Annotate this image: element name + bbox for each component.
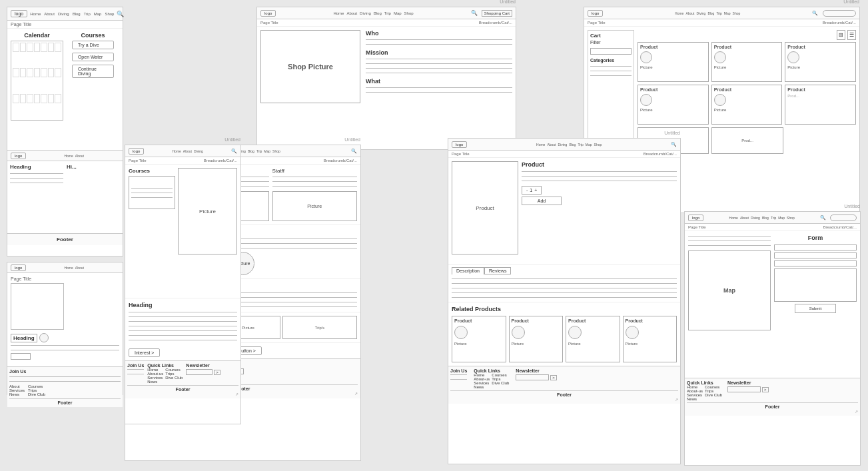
form-input-3[interactable]	[774, 260, 857, 266]
nav-link8[interactable]: Blog	[762, 216, 769, 220]
add-to-cart-button[interactable]: Add	[522, 197, 562, 205]
product-item-6: Product Prod...	[785, 85, 856, 125]
nav-link7[interactable]: Blog	[707, 11, 714, 15]
interest-button[interactable]: Interest >	[129, 348, 160, 357]
form-textarea[interactable]	[774, 268, 857, 302]
courses-search-icon[interactable]: 🔍	[231, 149, 237, 154]
frame4-search-icon[interactable]: 🔍	[471, 10, 478, 16]
nav-link[interactable]: Diving	[58, 12, 69, 16]
courses-newsletter-submit[interactable]: >	[214, 370, 220, 375]
nav-link7[interactable]: Diving	[696, 11, 705, 15]
nav-link6[interactable]: Trip	[578, 143, 583, 147]
footer-link[interactable]: News	[9, 392, 25, 396]
frame2-hi: Hi...	[67, 164, 120, 170]
nav-link-c[interactable]: Home	[173, 149, 181, 153]
nav-link4[interactable]: Blog	[374, 11, 382, 15]
frame8-search-icon[interactable]: 🔍	[820, 215, 826, 221]
nav-link8[interactable]: Home	[729, 216, 738, 220]
frame7-search-icon[interactable]: 🔍	[812, 11, 818, 16]
list-view-icon[interactable]: ☰	[847, 30, 856, 40]
nav-link-c[interactable]: About	[183, 149, 192, 153]
open-water-button[interactable]: Open Water	[72, 53, 114, 61]
nav-link7[interactable]: Trip	[716, 11, 721, 15]
nav-link6[interactable]: Home	[536, 143, 545, 147]
nav-link-c[interactable]: Diving	[194, 149, 203, 153]
continue-diving-button[interactable]: Continue Diving	[72, 65, 114, 78]
courses-breadcrumb: Breadcrumb/Cat/...	[204, 159, 237, 163]
nav-link4[interactable]: Shop	[404, 11, 414, 15]
nav-link6[interactable]: Blog	[569, 143, 576, 147]
frame6-related: Related Products Product Picture Product…	[448, 302, 680, 366]
nav-link8[interactable]: About	[740, 216, 749, 220]
newsletter-input6[interactable]	[516, 374, 549, 380]
nav-link8[interactable]: Shop	[787, 216, 795, 220]
nav-link4[interactable]: Diving	[360, 11, 371, 15]
frame7-search-input[interactable]	[823, 10, 856, 17]
nav-link5[interactable]: Trip	[256, 149, 262, 153]
nav-link8[interactable]: Trip	[771, 216, 776, 220]
nav-link7[interactable]: Shop	[733, 11, 741, 15]
footer-link-c[interactable]: Dive Club	[165, 376, 183, 380]
frame8-search-input[interactable]	[830, 215, 857, 221]
product-quantity[interactable]: - 1 +	[522, 186, 542, 195]
frame3-lines	[11, 344, 119, 352]
newsletter-input8[interactable]	[727, 386, 761, 392]
footer-link[interactable]: Dive Club	[28, 392, 45, 396]
frame6-search-icon[interactable]: 🔍	[671, 142, 677, 147]
grid-view-icon[interactable]: ⊞	[837, 30, 845, 40]
footer-link8[interactable]: Dive Club	[705, 393, 722, 397]
frame5-search-icon[interactable]: 🔍	[351, 149, 357, 154]
nav-link6[interactable]: Shop	[594, 143, 602, 147]
nav-link5[interactable]: Map	[264, 149, 270, 153]
form-inputs: Submit	[774, 244, 857, 313]
nav-link[interactable]: About	[44, 12, 55, 16]
frame5-corner: Untitled	[344, 137, 360, 142]
nav-link4[interactable]: Map	[394, 11, 402, 15]
courses-newsletter-input[interactable]	[186, 369, 213, 375]
frame3-picture	[11, 283, 64, 330]
nav-link4[interactable]: Trip	[384, 11, 391, 15]
picture-label-6: Prod...	[787, 94, 799, 98]
form-submit[interactable]: Submit	[795, 304, 836, 313]
nav-link4[interactable]: Home	[333, 11, 344, 15]
nav-link6[interactable]: About	[547, 143, 556, 147]
quantity-plus[interactable]: +	[534, 188, 537, 193]
nav-link2[interactable]: Home	[64, 154, 73, 158]
footer-link6[interactable]: News	[474, 385, 490, 389]
nav-link5[interactable]: Blog	[248, 149, 254, 153]
reviews-tab[interactable]: Reviews	[484, 267, 511, 274]
nav-link8[interactable]: Map	[778, 216, 785, 220]
nav-link[interactable]: Blog	[73, 12, 81, 16]
form-input-1[interactable]	[774, 244, 857, 250]
nav-link6[interactable]: Diving	[558, 143, 567, 147]
filter-input7[interactable]	[590, 48, 632, 55]
nav-link8[interactable]: Diving	[751, 216, 760, 220]
nav-link[interactable]: Map	[94, 12, 102, 16]
nav-link6[interactable]: Map	[586, 143, 592, 147]
nav-link[interactable]: Shop	[105, 12, 114, 16]
footer-link-c[interactable]: News	[147, 380, 163, 384]
nav-link5[interactable]: Shop	[272, 149, 280, 153]
footer-link6[interactable]: Dive Club	[492, 381, 509, 385]
nav-link[interactable]: Home	[30, 12, 41, 16]
quantity-minus[interactable]: -	[526, 188, 528, 193]
form-input-2[interactable]	[774, 252, 857, 258]
nav-link7[interactable]: Map	[724, 11, 731, 15]
courses-corner: ↗	[127, 392, 238, 396]
frame1-search-icon[interactable]: 🔍	[117, 11, 124, 17]
description-tab[interactable]: Description	[452, 267, 484, 274]
footer-link8[interactable]: News	[687, 397, 703, 401]
nav-link7[interactable]: About	[685, 11, 694, 15]
courses-logo: logo	[129, 148, 144, 155]
newsletter-submit8[interactable]: >	[762, 387, 769, 392]
nav-link3[interactable]: Home	[64, 266, 73, 270]
nav-link2[interactable]: About	[75, 154, 84, 158]
frame4-cart[interactable]: Shopping Cart	[482, 10, 512, 17]
nav-link4[interactable]: About	[346, 11, 357, 15]
try-a-dive-button[interactable]: Try a Dive	[72, 41, 114, 49]
mission-lines	[366, 57, 512, 75]
nav-link3[interactable]: About	[75, 266, 84, 270]
newsletter-submit6[interactable]: >	[550, 375, 557, 380]
nav-link[interactable]: Trip	[84, 12, 91, 16]
nav-link7[interactable]: Home	[675, 11, 683, 15]
